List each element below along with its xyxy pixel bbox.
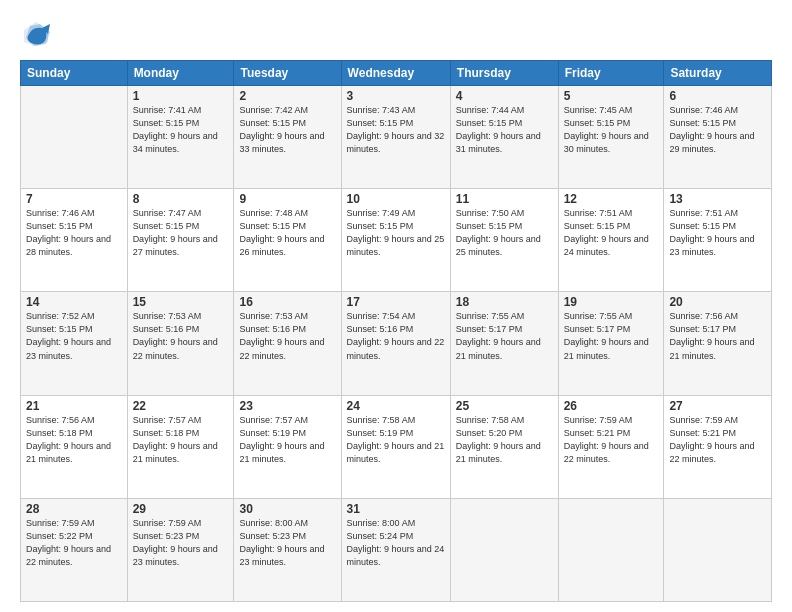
day-info: Sunrise: 7:50 AMSunset: 5:15 PMDaylight:… (456, 208, 541, 257)
day-info: Sunrise: 7:46 AMSunset: 5:15 PMDaylight:… (26, 208, 111, 257)
calendar-cell: 3Sunrise: 7:43 AMSunset: 5:15 PMDaylight… (341, 86, 450, 189)
day-info: Sunrise: 7:55 AMSunset: 5:17 PMDaylight:… (456, 311, 541, 360)
day-number: 11 (456, 192, 553, 206)
calendar-cell: 17Sunrise: 7:54 AMSunset: 5:16 PMDayligh… (341, 292, 450, 395)
calendar-cell: 1Sunrise: 7:41 AMSunset: 5:15 PMDaylight… (127, 86, 234, 189)
day-info: Sunrise: 7:51 AMSunset: 5:15 PMDaylight:… (564, 208, 649, 257)
calendar-cell: 14Sunrise: 7:52 AMSunset: 5:15 PMDayligh… (21, 292, 128, 395)
calendar-cell: 23Sunrise: 7:57 AMSunset: 5:19 PMDayligh… (234, 395, 341, 498)
day-info: Sunrise: 7:41 AMSunset: 5:15 PMDaylight:… (133, 105, 218, 154)
day-number: 23 (239, 399, 335, 413)
day-info: Sunrise: 7:58 AMSunset: 5:20 PMDaylight:… (456, 415, 541, 464)
day-info: Sunrise: 8:00 AMSunset: 5:24 PMDaylight:… (347, 518, 445, 567)
day-number: 21 (26, 399, 122, 413)
day-info: Sunrise: 7:59 AMSunset: 5:23 PMDaylight:… (133, 518, 218, 567)
day-info: Sunrise: 7:55 AMSunset: 5:17 PMDaylight:… (564, 311, 649, 360)
day-info: Sunrise: 7:48 AMSunset: 5:15 PMDaylight:… (239, 208, 324, 257)
calendar-cell: 13Sunrise: 7:51 AMSunset: 5:15 PMDayligh… (664, 189, 772, 292)
calendar-cell: 6Sunrise: 7:46 AMSunset: 5:15 PMDaylight… (664, 86, 772, 189)
day-info: Sunrise: 7:47 AMSunset: 5:15 PMDaylight:… (133, 208, 218, 257)
calendar-cell: 10Sunrise: 7:49 AMSunset: 5:15 PMDayligh… (341, 189, 450, 292)
day-number: 13 (669, 192, 766, 206)
day-info: Sunrise: 7:59 AMSunset: 5:22 PMDaylight:… (26, 518, 111, 567)
day-number: 7 (26, 192, 122, 206)
calendar-cell: 7Sunrise: 7:46 AMSunset: 5:15 PMDaylight… (21, 189, 128, 292)
page: SundayMondayTuesdayWednesdayThursdayFrid… (0, 0, 792, 612)
day-number: 6 (669, 89, 766, 103)
calendar-cell: 15Sunrise: 7:53 AMSunset: 5:16 PMDayligh… (127, 292, 234, 395)
day-number: 17 (347, 295, 445, 309)
day-number: 15 (133, 295, 229, 309)
weekday-row: SundayMondayTuesdayWednesdayThursdayFrid… (21, 61, 772, 86)
day-number: 20 (669, 295, 766, 309)
day-info: Sunrise: 7:57 AMSunset: 5:18 PMDaylight:… (133, 415, 218, 464)
header (20, 18, 772, 50)
weekday-header-saturday: Saturday (664, 61, 772, 86)
day-info: Sunrise: 7:51 AMSunset: 5:15 PMDaylight:… (669, 208, 754, 257)
calendar-week-4: 21Sunrise: 7:56 AMSunset: 5:18 PMDayligh… (21, 395, 772, 498)
day-number: 8 (133, 192, 229, 206)
day-info: Sunrise: 7:59 AMSunset: 5:21 PMDaylight:… (564, 415, 649, 464)
day-info: Sunrise: 7:44 AMSunset: 5:15 PMDaylight:… (456, 105, 541, 154)
day-number: 5 (564, 89, 659, 103)
day-info: Sunrise: 7:59 AMSunset: 5:21 PMDaylight:… (669, 415, 754, 464)
day-number: 9 (239, 192, 335, 206)
day-info: Sunrise: 7:56 AMSunset: 5:18 PMDaylight:… (26, 415, 111, 464)
day-info: Sunrise: 7:58 AMSunset: 5:19 PMDaylight:… (347, 415, 445, 464)
calendar-cell: 27Sunrise: 7:59 AMSunset: 5:21 PMDayligh… (664, 395, 772, 498)
day-info: Sunrise: 7:45 AMSunset: 5:15 PMDaylight:… (564, 105, 649, 154)
calendar-cell: 26Sunrise: 7:59 AMSunset: 5:21 PMDayligh… (558, 395, 664, 498)
day-number: 22 (133, 399, 229, 413)
day-info: Sunrise: 7:42 AMSunset: 5:15 PMDaylight:… (239, 105, 324, 154)
calendar-cell (664, 498, 772, 601)
logo (20, 18, 56, 50)
calendar-body: 1Sunrise: 7:41 AMSunset: 5:15 PMDaylight… (21, 86, 772, 602)
calendar-cell: 31Sunrise: 8:00 AMSunset: 5:24 PMDayligh… (341, 498, 450, 601)
calendar-cell: 5Sunrise: 7:45 AMSunset: 5:15 PMDaylight… (558, 86, 664, 189)
day-number: 10 (347, 192, 445, 206)
weekday-header-friday: Friday (558, 61, 664, 86)
day-info: Sunrise: 7:56 AMSunset: 5:17 PMDaylight:… (669, 311, 754, 360)
day-info: Sunrise: 8:00 AMSunset: 5:23 PMDaylight:… (239, 518, 324, 567)
calendar-header: SundayMondayTuesdayWednesdayThursdayFrid… (21, 61, 772, 86)
calendar-cell: 4Sunrise: 7:44 AMSunset: 5:15 PMDaylight… (450, 86, 558, 189)
day-number: 2 (239, 89, 335, 103)
day-info: Sunrise: 7:57 AMSunset: 5:19 PMDaylight:… (239, 415, 324, 464)
weekday-header-sunday: Sunday (21, 61, 128, 86)
calendar-cell (558, 498, 664, 601)
calendar: SundayMondayTuesdayWednesdayThursdayFrid… (20, 60, 772, 602)
weekday-header-monday: Monday (127, 61, 234, 86)
day-number: 1 (133, 89, 229, 103)
calendar-week-5: 28Sunrise: 7:59 AMSunset: 5:22 PMDayligh… (21, 498, 772, 601)
calendar-week-1: 1Sunrise: 7:41 AMSunset: 5:15 PMDaylight… (21, 86, 772, 189)
day-number: 14 (26, 295, 122, 309)
day-number: 29 (133, 502, 229, 516)
day-number: 12 (564, 192, 659, 206)
day-number: 4 (456, 89, 553, 103)
calendar-cell: 8Sunrise: 7:47 AMSunset: 5:15 PMDaylight… (127, 189, 234, 292)
calendar-cell: 11Sunrise: 7:50 AMSunset: 5:15 PMDayligh… (450, 189, 558, 292)
day-info: Sunrise: 7:46 AMSunset: 5:15 PMDaylight:… (669, 105, 754, 154)
calendar-week-2: 7Sunrise: 7:46 AMSunset: 5:15 PMDaylight… (21, 189, 772, 292)
day-info: Sunrise: 7:43 AMSunset: 5:15 PMDaylight:… (347, 105, 445, 154)
calendar-cell (21, 86, 128, 189)
calendar-cell: 29Sunrise: 7:59 AMSunset: 5:23 PMDayligh… (127, 498, 234, 601)
calendar-cell: 19Sunrise: 7:55 AMSunset: 5:17 PMDayligh… (558, 292, 664, 395)
calendar-cell: 21Sunrise: 7:56 AMSunset: 5:18 PMDayligh… (21, 395, 128, 498)
calendar-week-3: 14Sunrise: 7:52 AMSunset: 5:15 PMDayligh… (21, 292, 772, 395)
calendar-cell: 22Sunrise: 7:57 AMSunset: 5:18 PMDayligh… (127, 395, 234, 498)
day-number: 26 (564, 399, 659, 413)
day-number: 28 (26, 502, 122, 516)
day-number: 25 (456, 399, 553, 413)
day-number: 30 (239, 502, 335, 516)
day-number: 19 (564, 295, 659, 309)
day-number: 31 (347, 502, 445, 516)
weekday-header-thursday: Thursday (450, 61, 558, 86)
calendar-cell: 28Sunrise: 7:59 AMSunset: 5:22 PMDayligh… (21, 498, 128, 601)
day-number: 24 (347, 399, 445, 413)
weekday-header-wednesday: Wednesday (341, 61, 450, 86)
day-info: Sunrise: 7:53 AMSunset: 5:16 PMDaylight:… (133, 311, 218, 360)
day-info: Sunrise: 7:54 AMSunset: 5:16 PMDaylight:… (347, 311, 445, 360)
calendar-cell: 30Sunrise: 8:00 AMSunset: 5:23 PMDayligh… (234, 498, 341, 601)
logo-icon (20, 18, 52, 50)
